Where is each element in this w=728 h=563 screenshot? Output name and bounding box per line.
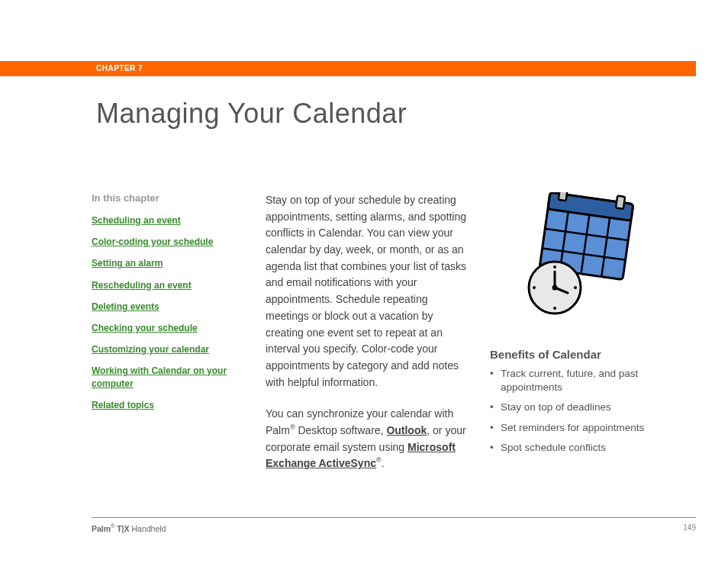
- body-paragraph-2: You can synchronize your calendar with P…: [266, 406, 473, 472]
- benefit-item: Spot schedule conflicts: [490, 441, 694, 455]
- sidebar-link-checking[interactable]: Checking your schedule: [92, 322, 229, 334]
- sidebar-link-rescheduling[interactable]: Rescheduling an event: [92, 279, 229, 291]
- p2-period: .: [382, 457, 385, 469]
- svg-point-16: [533, 286, 536, 289]
- benefit-item: Set reminders for appointments: [490, 421, 694, 435]
- footer-rule: [92, 517, 696, 518]
- svg-point-15: [553, 307, 556, 310]
- sidebar-heading: In this chapter: [92, 192, 229, 204]
- benefit-item: Track current, future, and past appointm…: [490, 367, 694, 394]
- sidebar-link-deleting[interactable]: Deleting events: [92, 301, 229, 313]
- benefits-heading: Benefits of Calendar: [490, 348, 694, 361]
- sidebar-link-color-coding[interactable]: Color-coding your schedule: [92, 236, 229, 248]
- page-title: Managing Your Calendar: [96, 98, 407, 130]
- page-number: 149: [683, 523, 696, 532]
- sidebar-link-related[interactable]: Related topics: [92, 399, 229, 411]
- registered-mark: ®: [290, 423, 295, 431]
- footer-brand: Palm: [92, 524, 111, 533]
- svg-rect-2: [559, 192, 568, 201]
- sidebar-link-computer[interactable]: Working with Calendar on your computer: [92, 365, 229, 389]
- calendar-clock-icon: [513, 192, 643, 322]
- chapter-bar: CHAPTER 7: [0, 61, 696, 76]
- footer-product: Palm® T|X Handheld: [92, 523, 166, 533]
- footer-model: T|X: [114, 524, 129, 533]
- benefit-item: Stay on top of deadlines: [490, 401, 694, 414]
- sidebar-link-alarm[interactable]: Setting an alarm: [92, 257, 229, 269]
- p2-mid: Desktop software,: [295, 424, 387, 436]
- svg-point-13: [553, 265, 556, 269]
- sidebar: In this chapter Scheduling an event Colo…: [92, 192, 244, 487]
- right-column: Benefits of Calendar Track current, futu…: [473, 192, 694, 487]
- svg-rect-3: [616, 196, 625, 209]
- sidebar-link-scheduling[interactable]: Scheduling an event: [92, 214, 229, 227]
- chapter-label: CHAPTER 7: [96, 64, 143, 72]
- registered-mark-2: ®: [376, 457, 382, 465]
- body-column: Stay on top of your schedule by creating…: [244, 192, 473, 487]
- benefits-list: Track current, future, and past appointm…: [490, 367, 694, 455]
- outlook-link[interactable]: Outlook: [386, 424, 427, 436]
- body-paragraph-1: Stay on top of your schedule by creating…: [266, 192, 473, 391]
- sidebar-link-customizing[interactable]: Customizing your calendar: [92, 343, 229, 355]
- svg-point-14: [574, 286, 577, 289]
- content: In this chapter Scheduling an event Colo…: [92, 192, 694, 487]
- footer-suffix: Handheld: [130, 524, 166, 533]
